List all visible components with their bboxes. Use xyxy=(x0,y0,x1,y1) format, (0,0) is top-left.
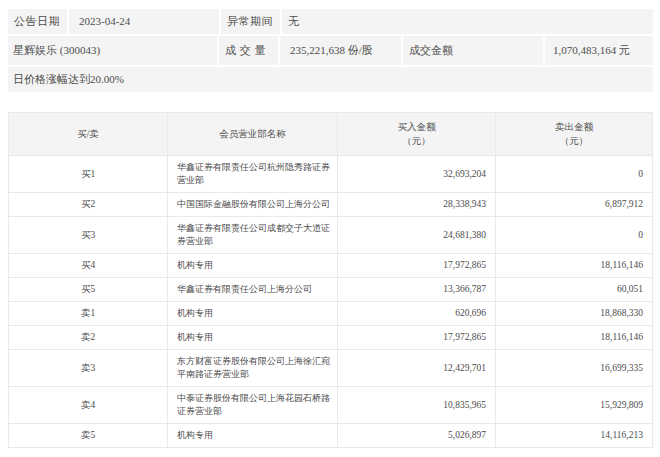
side-cell: 买3 xyxy=(9,217,168,254)
table-row: 卖5 机构专用 5,026,897 14,116,213 xyxy=(9,424,653,448)
table-row: 买4 机构专用 17,972,865 18,116,146 xyxy=(9,254,653,278)
disclosure-page: 公告日期 2023-04-24 异常期间 无 星辉娱乐 (300043) 成 交… xyxy=(0,0,660,457)
col-header-side: 买/卖 xyxy=(9,113,168,156)
buy-amount-cell: 24,681,380 xyxy=(338,217,496,254)
branch-cell: 机构专用 xyxy=(168,254,338,278)
buy-amount-cell: 5,026,897 xyxy=(338,424,496,448)
sell-amount-cell: 6,897,912 xyxy=(496,193,653,217)
broker-table-wrap: 买/卖 会员营业部名称 买入金额 （元） 卖出金额 （元） 买1 华鑫证券有限责… xyxy=(8,112,653,448)
branch-cell: 机构专用 xyxy=(168,326,338,350)
branch-cell: 机构专用 xyxy=(168,302,338,326)
table-row: 买5 华鑫证券有限责任公司上海分公司 13,366,787 60,051 xyxy=(9,278,653,302)
side-cell: 买4 xyxy=(9,254,168,278)
stock-info-panel: 公告日期 2023-04-24 异常期间 无 星辉娱乐 (300043) 成 交… xyxy=(8,9,653,92)
buy-amount-cell: 17,972,865 xyxy=(338,254,496,278)
branch-cell: 华鑫证券有限责任公司上海分公司 xyxy=(168,278,338,302)
sell-amount-cell: 18,868,330 xyxy=(496,302,653,326)
info-row-reason: 日价格涨幅达到20.00% xyxy=(8,67,653,92)
table-row: 买1 华鑫证券有限责任公司杭州隐秀路证券营业部 32,693,204 0 xyxy=(9,156,653,193)
abnormal-period-value: 无 xyxy=(282,9,653,34)
table-row: 卖2 机构专用 17,972,865 18,116,146 xyxy=(9,326,653,350)
announce-date-label: 公告日期 xyxy=(8,9,67,34)
buy-amount-cell: 12,429,701 xyxy=(338,350,496,387)
branch-cell: 中国国际金融股份有限公司上海分公司 xyxy=(168,193,338,217)
announce-date-value: 2023-04-24 xyxy=(69,9,219,34)
col-header-sell-label: 卖出金额 xyxy=(500,120,648,134)
buy-amount-cell: 620,696 xyxy=(338,302,496,326)
buy-amount-cell: 32,693,204 xyxy=(338,156,496,193)
buy-amount-cell: 28,338,943 xyxy=(338,193,496,217)
buy-amount-cell: 10,835,965 xyxy=(338,387,496,424)
info-row-date: 公告日期 2023-04-24 异常期间 无 xyxy=(8,9,653,34)
turnover-value: 1,070,483,164 元 xyxy=(545,36,653,65)
sell-amount-cell: 0 xyxy=(496,217,653,254)
branch-cell: 东方财富证券股份有限公司上海徐汇宛平南路证券营业部 xyxy=(168,350,338,387)
sell-amount-cell: 14,116,213 xyxy=(496,424,653,448)
table-header-row: 买/卖 会员营业部名称 买入金额 （元） 卖出金额 （元） xyxy=(9,113,653,156)
branch-cell: 华鑫证券有限责任公司成都交子大道证券营业部 xyxy=(168,217,338,254)
side-cell: 买1 xyxy=(9,156,168,193)
branch-cell: 机构专用 xyxy=(168,424,338,448)
sell-amount-cell: 18,116,146 xyxy=(496,326,653,350)
col-header-buy: 买入金额 （元） xyxy=(338,113,496,156)
table-row: 买2 中国国际金融股份有限公司上海分公司 28,338,943 6,897,91… xyxy=(9,193,653,217)
side-cell: 卖1 xyxy=(9,302,168,326)
table-row: 买3 华鑫证券有限责任公司成都交子大道证券营业部 24,681,380 0 xyxy=(9,217,653,254)
buy-amount-cell: 17,972,865 xyxy=(338,326,496,350)
table-row: 卖3 东方财富证券股份有限公司上海徐汇宛平南路证券营业部 12,429,701 … xyxy=(9,350,653,387)
sell-amount-cell: 60,051 xyxy=(496,278,653,302)
sell-amount-cell: 18,116,146 xyxy=(496,254,653,278)
turnover-label: 成交金额 xyxy=(403,36,543,65)
col-header-buy-unit: （元） xyxy=(342,134,491,148)
side-cell: 买2 xyxy=(9,193,168,217)
col-header-buy-label: 买入金额 xyxy=(342,120,491,134)
col-header-branch: 会员营业部名称 xyxy=(168,113,338,156)
side-cell: 卖2 xyxy=(9,326,168,350)
side-cell: 卖4 xyxy=(9,387,168,424)
col-header-sell-unit: （元） xyxy=(500,134,648,148)
table-row: 卖1 机构专用 620,696 18,868,330 xyxy=(9,302,653,326)
abnormal-reason: 日价格涨幅达到20.00% xyxy=(8,67,653,92)
side-cell: 卖3 xyxy=(9,350,168,387)
table-row: 卖4 中泰证券股份有限公司上海花园石桥路证券营业部 10,835,965 15,… xyxy=(9,387,653,424)
abnormal-period-label: 异常期间 xyxy=(221,9,280,34)
volume-value: 235,221,638 份/股 xyxy=(280,36,401,65)
branch-cell: 中泰证券股份有限公司上海花园石桥路证券营业部 xyxy=(168,387,338,424)
sell-amount-cell: 0 xyxy=(496,156,653,193)
stock-name: 星辉娱乐 (300043) xyxy=(8,36,217,65)
info-row-stock: 星辉娱乐 (300043) 成 交 量 235,221,638 份/股 成交金额… xyxy=(8,36,653,65)
buy-amount-cell: 13,366,787 xyxy=(338,278,496,302)
branch-cell: 华鑫证券有限责任公司杭州隐秀路证券营业部 xyxy=(168,156,338,193)
volume-label: 成 交 量 xyxy=(219,36,278,65)
sell-amount-cell: 16,699,335 xyxy=(496,350,653,387)
broker-table: 买/卖 会员营业部名称 买入金额 （元） 卖出金额 （元） 买1 华鑫证券有限责… xyxy=(8,112,653,448)
side-cell: 卖5 xyxy=(9,424,168,448)
sell-amount-cell: 15,929,809 xyxy=(496,387,653,424)
side-cell: 买5 xyxy=(9,278,168,302)
col-header-sell: 卖出金额 （元） xyxy=(496,113,653,156)
